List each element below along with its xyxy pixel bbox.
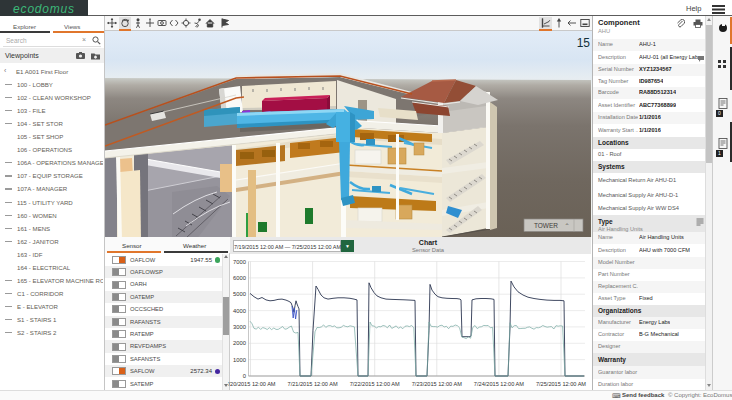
svg-text:7/22/2015 12:00 AM: 7/22/2015 12:00 AM (350, 381, 400, 387)
svg-text:5000: 5000 (233, 291, 246, 297)
svg-text:1000: 1000 (233, 357, 246, 363)
svg-text:7/24/2015 12:00 AM: 7/24/2015 12:00 AM (474, 381, 524, 387)
svg-text:4000: 4000 (233, 308, 246, 314)
svg-text:7/23/2015 12:00 AM: 7/23/2015 12:00 AM (412, 381, 462, 387)
svg-text:7/25/2015 12:00 AM: 7/25/2015 12:00 AM (536, 381, 586, 387)
svg-text:2000: 2000 (233, 340, 246, 346)
svg-text:⌃: ⌃ (564, 223, 569, 229)
svg-text:3000: 3000 (233, 324, 246, 330)
svg-text:0: 0 (243, 373, 246, 379)
svg-text:TOWER: TOWER (534, 222, 558, 229)
svg-text:15: 15 (577, 36, 591, 50)
svg-text:7/21/2015 12:00 AM: 7/21/2015 12:00 AM (288, 381, 338, 387)
svg-text:6000: 6000 (233, 275, 246, 281)
svg-text:7000: 7000 (233, 259, 246, 265)
svg-text:7/20/2015 12:00 AM: 7/20/2015 12:00 AM (228, 381, 276, 387)
